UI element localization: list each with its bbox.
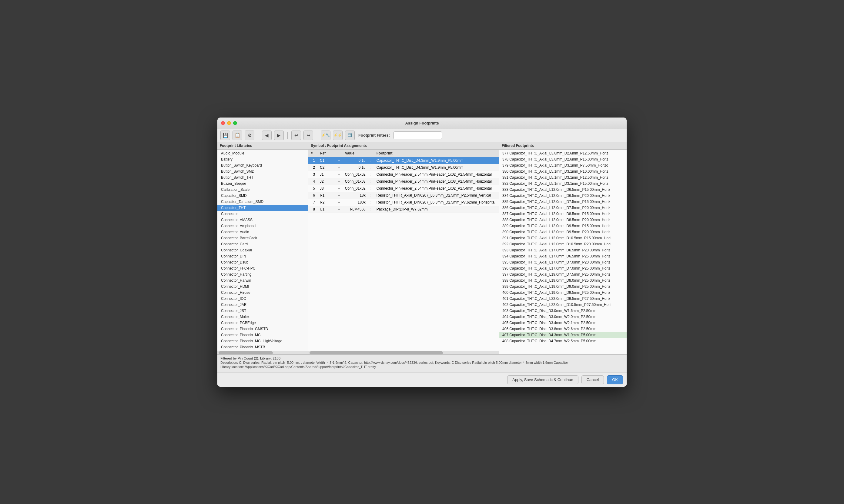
- left-list-item[interactable]: Connector_Phoenix_MC: [217, 332, 308, 338]
- left-list-item[interactable]: Connector_DIN: [217, 253, 308, 259]
- left-list-item[interactable]: Connector_Phoenix_MSTB: [217, 344, 308, 350]
- right-list-item[interactable]: 399 Capacitor_THT:C_Axial_L19.0mm_D9.0mm…: [499, 284, 627, 290]
- right-list-item[interactable]: 386 Capacitor_THT:C_Axial_L12.0mm_D7.5mm…: [499, 205, 627, 211]
- maximize-button[interactable]: [233, 121, 237, 125]
- right-list-item[interactable]: 384 Capacitor_THT:C_Axial_L12.0mm_D6.5mm…: [499, 193, 627, 199]
- right-panel-list[interactable]: 377 Capacitor_THT:C_Axial_L3.8mm_D2.6mm_…: [499, 150, 627, 354]
- left-list-item[interactable]: Connector_Audio: [217, 229, 308, 235]
- right-list-item[interactable]: 393 Capacitor_THT:C_Axial_L17.0mm_D6.5mm…: [499, 247, 627, 253]
- right-list-item[interactable]: 377 Capacitor_THT:C_Axial_L3.8mm_D2.6mm_…: [499, 150, 627, 156]
- left-list-item[interactable]: Connector_Phoenix_GMSTB: [217, 326, 308, 332]
- forward-button[interactable]: ▶: [274, 130, 284, 140]
- cell-val: Conn_01x02: [343, 171, 368, 178]
- right-list-item[interactable]: 398 Capacitor_THT:C_Axial_L19.0mm_D8.0mm…: [499, 277, 627, 284]
- cancel-button[interactable]: Cancel: [582, 375, 604, 384]
- right-list-item[interactable]: 385 Capacitor_THT:C_Axial_L12.0mm_D7.5mm…: [499, 199, 627, 205]
- right-list-item[interactable]: 406 Capacitor_THT:C_Disc_D3.8mm_W2.6mm_P…: [499, 326, 627, 332]
- left-list-item[interactable]: Calibration_Scale: [217, 186, 308, 193]
- right-list-item[interactable]: 401 Capacitor_THT:C_Axial_L22.0mm_D9.5mm…: [499, 295, 627, 302]
- right-list-item[interactable]: 382 Capacitor_THT:C_Axial_L5.1mm_D3.1mm_…: [499, 181, 627, 186]
- left-list-item[interactable]: Connector_BarrelJack: [217, 235, 308, 241]
- left-list-item[interactable]: Connector_Molex: [217, 314, 308, 320]
- left-list-item[interactable]: Capacitor_Tantalum_SMD: [217, 199, 308, 205]
- back-button[interactable]: ◀: [262, 130, 272, 140]
- left-list-item[interactable]: Connector_PCBEdge: [217, 320, 308, 326]
- left-list-item[interactable]: Button_Switch_THT: [217, 175, 308, 181]
- table-row[interactable]: 2 C2 – 0.1u : Capacitor_THT:C_Disc_D4.3m…: [308, 164, 499, 171]
- ok-button[interactable]: OK: [607, 375, 623, 384]
- table-row[interactable]: 7 R2 – 180k : Resistor_THT:R_Axial_DIN02…: [308, 199, 499, 206]
- table-row[interactable]: 3 J1 – Conn_01x02 : Connector_PinHeader_…: [308, 171, 499, 178]
- right-list-item[interactable]: 397 Capacitor_THT:C_Axial_L19.0mm_D7.5mm…: [499, 271, 627, 277]
- right-list-item[interactable]: 391 Capacitor_THT:C_Axial_L12.0mm_D10.5m…: [499, 235, 627, 241]
- undo-button[interactable]: ↩: [291, 130, 301, 140]
- table-row[interactable]: 4 J2 – Conn_01x03 : Connector_PinHeader_…: [308, 178, 499, 185]
- left-list-item[interactable]: Connector_Amphenol: [217, 223, 308, 229]
- left-hscrollbar[interactable]: [217, 351, 308, 354]
- left-list-item[interactable]: Capacitor_THT: [217, 205, 308, 211]
- left-list-item[interactable]: Connector_Dsub: [217, 259, 308, 265]
- left-scroll-area: Audio_ModuleBatteryButton_Switch_Keyboar…: [217, 150, 308, 351]
- table-row[interactable]: 1 C1 – 0.1u : Capacitor_THT:C_Disc_D4.3m…: [308, 157, 499, 164]
- right-list-item[interactable]: 400 Capacitor_THT:C_Axial_L19.0mm_D9.5mm…: [499, 290, 627, 295]
- left-list-item[interactable]: Connector_JAE: [217, 302, 308, 308]
- minimize-button[interactable]: [227, 121, 231, 125]
- left-list-item[interactable]: Connector_Hirose: [217, 290, 308, 295]
- right-list-item[interactable]: 403 Capacitor_THT:C_Disc_D3.0mm_W1.6mm_P…: [499, 308, 627, 314]
- browse-button[interactable]: 📋: [232, 130, 242, 140]
- left-panel-list[interactable]: Audio_ModuleBatteryButton_Switch_Keyboar…: [217, 150, 308, 351]
- right-list-item[interactable]: 379 Capacitor_THT:C_Axial_L5.1mm_D3.1mm_…: [499, 162, 627, 168]
- right-list-item[interactable]: 387 Capacitor_THT:C_Axial_L12.0mm_D8.5mm…: [499, 211, 627, 217]
- right-list-item[interactable]: 405 Capacitor_THT:C_Disc_D3.4mm_W2.1mm_P…: [499, 320, 627, 326]
- left-list-item[interactable]: Connector_FFC-FPC: [217, 265, 308, 271]
- left-list-item[interactable]: Connector_HDMI: [217, 284, 308, 290]
- middle-scroll-area[interactable]: # Ref Value Footprint 1 C1 – 0.1u : Capa…: [308, 150, 499, 351]
- traffic-lights: [221, 121, 237, 125]
- table-row[interactable]: 5 J3 – Conn_01x02 : Connector_PinHeader_…: [308, 185, 499, 192]
- left-list-item[interactable]: Connector_Card: [217, 241, 308, 247]
- left-list-item[interactable]: Connector_AMASS: [217, 217, 308, 223]
- table-row[interactable]: 6 R1 – 18k : Resistor_THT:R_Axial_DIN020…: [308, 192, 499, 199]
- right-list-item[interactable]: 389 Capacitor_THT:C_Axial_L12.0mm_D9.5mm…: [499, 223, 627, 229]
- left-list-item[interactable]: Connector_Harting: [217, 271, 308, 277]
- left-list-item[interactable]: Connector_Harwin: [217, 277, 308, 284]
- right-list-item[interactable]: 388 Capacitor_THT:C_Axial_L12.0mm_D8.5mm…: [499, 217, 627, 223]
- save-button[interactable]: 💾: [220, 130, 230, 140]
- cell-val: 180k: [343, 199, 368, 206]
- right-list-item[interactable]: 408 Capacitor_THT:C_Disc_D4.7mm_W2.5mm_P…: [499, 338, 627, 344]
- right-list-item[interactable]: 381 Capacitor_THT:C_Axial_L5.1mm_D3.1mm_…: [499, 175, 627, 181]
- right-list-item[interactable]: 402 Capacitor_THT:C_Axial_L22.0mm_D10.5m…: [499, 302, 627, 308]
- left-list-item[interactable]: Audio_Module: [217, 150, 308, 156]
- middle-hscrollbar[interactable]: [308, 351, 499, 354]
- right-list-item[interactable]: 407 Capacitor_THT:C_Disc_D4.3mm_W1.9mm_P…: [499, 332, 627, 338]
- toolbar: 💾 📋 ⚙ ◀ ▶ ↩ ↪ ⚡🔧 ⚡⚡ 🔤 Footprint Filters:: [217, 129, 627, 142]
- table-row[interactable]: 8 U1 – NJM4558 : Package_DIP:DIP-8_W7.62…: [308, 206, 499, 213]
- left-list-item[interactable]: Connector: [217, 211, 308, 217]
- left-list-item[interactable]: Button_Switch_Keyboard: [217, 162, 308, 168]
- filter3-button[interactable]: 🔤: [345, 130, 355, 140]
- left-list-item[interactable]: Buzzer_Beeper: [217, 181, 308, 186]
- apply-save-button[interactable]: Apply, Save Schematic & Continue: [507, 375, 579, 384]
- filter-input[interactable]: [394, 131, 442, 139]
- right-list-item[interactable]: 396 Capacitor_THT:C_Axial_L17.0mm_D7.0mm…: [499, 265, 627, 271]
- left-list-item[interactable]: Capacitor_SMD: [217, 193, 308, 199]
- right-list-item[interactable]: 404 Capacitor_THT:C_Disc_D3.0mm_W2.0mm_P…: [499, 314, 627, 320]
- right-list-item[interactable]: 380 Capacitor_THT:C_Axial_L5.1mm_D3.1mm_…: [499, 168, 627, 175]
- right-list-item[interactable]: 392 Capacitor_THT:C_Axial_L12.0mm_D10.5m…: [499, 241, 627, 247]
- right-list-item[interactable]: 394 Capacitor_THT:C_Axial_L17.0mm_D6.5mm…: [499, 253, 627, 259]
- right-list-item[interactable]: 383 Capacitor_THT:C_Axial_L12.0mm_D6.5mm…: [499, 186, 627, 193]
- right-list-item[interactable]: 390 Capacitor_THT:C_Axial_L12.0mm_D9.5mm…: [499, 229, 627, 235]
- left-list-item[interactable]: Connector_IDC: [217, 295, 308, 302]
- settings-button[interactable]: ⚙: [245, 130, 254, 140]
- left-list-item[interactable]: Connector_Coaxial: [217, 247, 308, 253]
- left-list-item[interactable]: Button_Switch_SMD: [217, 168, 308, 175]
- left-list-item[interactable]: Connector_JST: [217, 308, 308, 314]
- right-list-item[interactable]: 395 Capacitor_THT:C_Axial_L17.0mm_D7.0mm…: [499, 259, 627, 265]
- close-button[interactable]: [221, 121, 225, 125]
- filter2-button[interactable]: ⚡⚡: [333, 130, 343, 140]
- redo-button[interactable]: ↪: [304, 130, 313, 140]
- filter1-button[interactable]: ⚡🔧: [321, 130, 330, 140]
- right-list-item[interactable]: 378 Capacitor_THT:C_Axial_L3.8mm_D2.6mm_…: [499, 156, 627, 162]
- left-list-item[interactable]: Battery: [217, 156, 308, 162]
- left-list-item[interactable]: Connector_Phoenix_MC_HighVoltage: [217, 338, 308, 344]
